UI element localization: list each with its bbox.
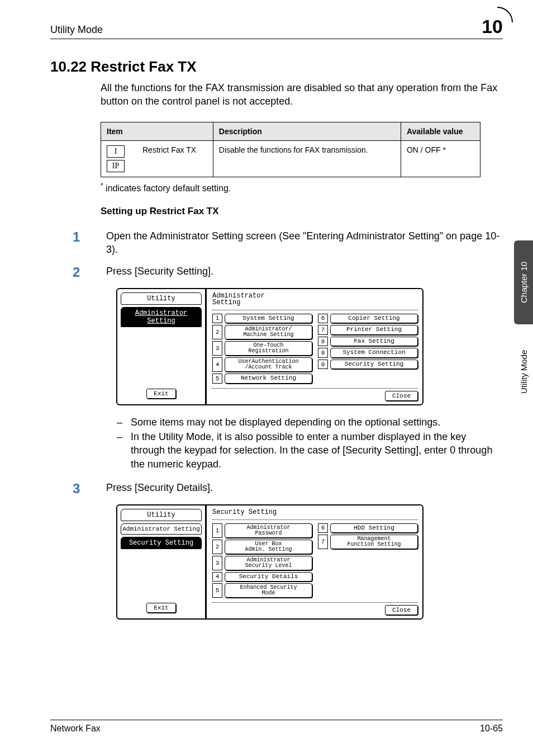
page-footer: Network Fax 10-65	[50, 720, 503, 734]
item-available: ON / OFF *	[401, 140, 480, 177]
page-header: Utility Mode 10	[50, 16, 503, 39]
lcd2-key-7[interactable]: 7	[318, 535, 328, 549]
lcd2-heading: Security Setting	[212, 509, 418, 516]
lcd1-btn-system-setting[interactable]: System Setting	[225, 314, 312, 324]
lcd2-key-2[interactable]: 2	[212, 540, 222, 554]
lcd1-key-9[interactable]: 9	[318, 348, 328, 358]
note-dash: –	[116, 430, 123, 471]
lcd2-btn-admin-password[interactable]: Administrator Password	[225, 523, 312, 538]
lcd1-key-8[interactable]: 8	[318, 337, 328, 347]
lcd1-key-6[interactable]: 6	[318, 314, 328, 324]
lcd-screenshot-admin-setting: Utility Administrator Setting Exit Admin…	[116, 288, 423, 405]
lcd1-tab-admin-setting[interactable]: Administrator Setting	[121, 307, 202, 327]
step-text-3: Press [Security Details].	[106, 481, 213, 497]
th-description: Description	[213, 122, 401, 140]
lcd2-tab-admin-setting[interactable]: Administrator Setting	[121, 523, 202, 535]
lcd1-btn-copier-setting[interactable]: Copier Setting	[330, 314, 418, 324]
lcd1-btn-one-touch[interactable]: One-Touch Registration	[225, 341, 312, 356]
lcd1-key-3[interactable]: 3	[212, 341, 222, 356]
lcd1-close-button[interactable]: Close	[385, 391, 418, 401]
sub-heading: Setting up Restrict Fax TX	[101, 206, 503, 217]
icon-i: I	[107, 145, 125, 158]
step-number-1: 1	[73, 229, 84, 257]
lcd1-heading: Administrator Setting	[212, 292, 418, 306]
side-tab-mode: Utility Mode	[514, 324, 533, 419]
lcd1-btn-security-setting[interactable]: Security Setting	[330, 360, 418, 370]
lcd1-key-5[interactable]: 5	[212, 374, 222, 384]
lcd2-key-5[interactable]: 5	[212, 583, 222, 598]
lcd2-key-4[interactable]: 4	[212, 572, 222, 582]
lcd2-key-6[interactable]: 6	[318, 523, 328, 533]
footnote: * indicates factory default setting.	[101, 182, 503, 193]
th-item: Item	[101, 122, 213, 140]
lcd2-exit-button[interactable]: Exit	[146, 603, 175, 613]
step-number-2: 2	[73, 264, 84, 280]
lcd1-btn-system-connection[interactable]: System Connection	[330, 348, 418, 358]
lcd1-key-4[interactable]: 4	[212, 357, 222, 372]
lcd1-btn-network-setting[interactable]: Network Setting	[225, 374, 312, 384]
lcd2-btn-enhanced-security[interactable]: Enhanced Security Mode	[225, 583, 312, 598]
lcd1-key-2[interactable]: 2	[212, 325, 222, 339]
lcd1-key-0[interactable]: 0	[318, 360, 328, 370]
lcd2-tab-security-setting[interactable]: Security Setting	[121, 537, 202, 549]
item-name: Restrict Fax TX	[137, 140, 213, 177]
lcd1-btn-user-auth[interactable]: UserAuthentication /Account Track	[225, 357, 312, 372]
lcd2-btn-mgmt-function[interactable]: Management Function Setting	[330, 535, 418, 549]
table-row: I IP Restrict Fax TX Disable the functio…	[101, 140, 480, 177]
lcd2-key-1[interactable]: 1	[212, 523, 222, 538]
intro-paragraph: All the functions for the FAX transmissi…	[101, 81, 503, 108]
note-2: In the Utility Mode, it is also possible…	[131, 430, 503, 471]
step-3: 3 Press [Security Details].	[101, 481, 503, 497]
lcd2-btn-hdd-setting[interactable]: HDD Setting	[330, 523, 418, 533]
lcd2-tab-utility[interactable]: Utility	[121, 509, 202, 521]
footer-left: Network Fax	[50, 724, 101, 734]
footnote-text: indicates factory default setting.	[103, 183, 231, 193]
header-section: Utility Mode	[50, 24, 103, 36]
step-number-3: 3	[73, 481, 84, 497]
lcd1-btn-admin-machine[interactable]: Administrator/ Machine Setting	[225, 325, 312, 339]
lcd2-key-3[interactable]: 3	[212, 556, 222, 570]
lcd2-close-button[interactable]: Close	[385, 605, 418, 615]
th-available: Available value	[401, 122, 480, 140]
section-title: 10.22 Restrict Fax TX	[50, 58, 503, 75]
side-tab-chapter: Chapter 10	[514, 240, 533, 324]
item-description: Disable the functions for FAX transmissi…	[213, 140, 401, 177]
step-text-2: Press [Security Setting].	[106, 264, 213, 280]
lcd1-btn-printer-setting[interactable]: Printer Setting	[330, 325, 418, 335]
step-text-1: Open the Administrator Setting screen (S…	[106, 229, 503, 257]
step-1: 1 Open the Administrator Setting screen …	[101, 229, 503, 257]
footer-page-number: 10-65	[480, 724, 503, 734]
lcd2-btn-admin-sec-level[interactable]: Administrator Security Level	[225, 556, 312, 570]
step2-notes: – Some items may not be displayed depend…	[116, 415, 503, 471]
lcd2-btn-security-details[interactable]: Security Details	[225, 572, 312, 582]
item-icon-stack: I IP	[107, 145, 131, 172]
lcd1-key-1[interactable]: 1	[212, 314, 222, 324]
lcd2-btn-user-box-admin[interactable]: User Box Admin. Setting	[225, 540, 312, 554]
step-2: 2 Press [Security Setting].	[101, 264, 503, 280]
icon-ip: IP	[107, 160, 125, 172]
settings-table: Item Description Available value I IP Re…	[101, 122, 480, 177]
side-tab: Chapter 10 Utility Mode	[514, 240, 533, 419]
lcd1-btn-fax-setting[interactable]: Fax Setting	[330, 337, 418, 347]
lcd1-exit-button[interactable]: Exit	[146, 389, 175, 399]
lcd-screenshot-security-setting: Utility Administrator Setting Security S…	[116, 504, 423, 620]
note-1: Some items may not be displayed dependin…	[131, 415, 503, 429]
note-dash: –	[116, 415, 123, 429]
lcd1-tab-utility[interactable]: Utility	[121, 292, 202, 305]
lcd1-key-7[interactable]: 7	[318, 325, 328, 335]
